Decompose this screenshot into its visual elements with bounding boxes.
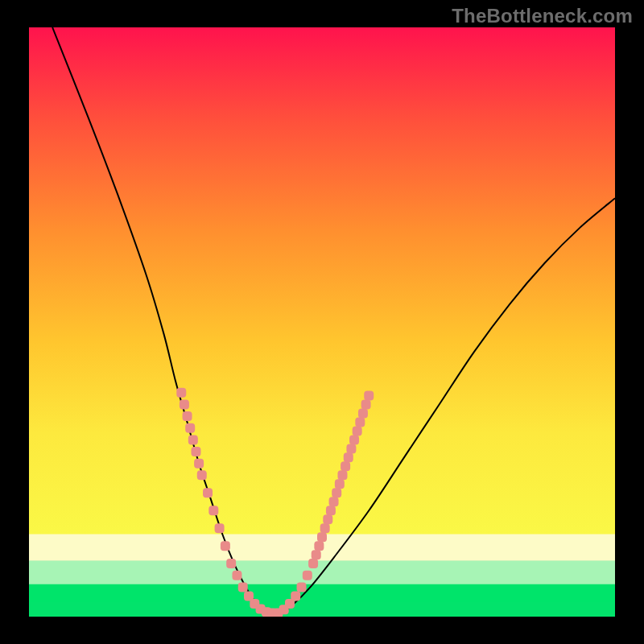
svg-rect-7 — [183, 411, 192, 421]
svg-rect-5 — [176, 388, 186, 398]
svg-rect-4 — [29, 602, 615, 617]
svg-rect-33 — [314, 541, 324, 551]
svg-rect-17 — [226, 559, 236, 568]
svg-rect-32 — [312, 550, 321, 559]
svg-rect-39 — [332, 488, 341, 497]
chart-frame: TheBottleneck.com — [0, 0, 644, 644]
svg-rect-18 — [232, 571, 242, 580]
svg-rect-8 — [185, 423, 195, 433]
svg-rect-44 — [346, 444, 356, 453]
svg-rect-47 — [355, 417, 365, 427]
svg-rect-12 — [197, 470, 207, 480]
svg-rect-36 — [323, 514, 332, 524]
svg-rect-19 — [238, 582, 248, 592]
svg-rect-13 — [203, 488, 213, 497]
svg-rect-0 — [29, 27, 615, 535]
svg-rect-48 — [358, 408, 368, 418]
bottleneck-chart — [29, 27, 615, 617]
svg-rect-16 — [221, 541, 230, 551]
svg-rect-49 — [361, 399, 371, 409]
svg-rect-30 — [303, 571, 312, 580]
svg-rect-50 — [364, 391, 374, 401]
svg-rect-15 — [215, 523, 225, 533]
svg-rect-3 — [29, 584, 615, 602]
svg-rect-29 — [297, 582, 307, 592]
svg-rect-46 — [353, 426, 362, 436]
svg-rect-9 — [188, 435, 198, 444]
svg-rect-43 — [344, 452, 353, 462]
svg-rect-14 — [208, 506, 218, 515]
svg-rect-34 — [317, 532, 327, 542]
svg-rect-28 — [291, 591, 300, 601]
watermark-label: TheBottleneck.com — [452, 5, 633, 27]
svg-rect-45 — [349, 435, 359, 444]
svg-rect-42 — [341, 461, 350, 471]
svg-rect-41 — [337, 470, 347, 480]
svg-rect-37 — [326, 506, 336, 515]
svg-rect-10 — [191, 447, 200, 456]
svg-rect-31 — [308, 559, 318, 568]
svg-rect-35 — [320, 523, 330, 533]
svg-rect-11 — [194, 459, 204, 469]
svg-rect-38 — [329, 497, 339, 506]
svg-rect-6 — [180, 399, 189, 409]
svg-rect-40 — [335, 479, 345, 489]
